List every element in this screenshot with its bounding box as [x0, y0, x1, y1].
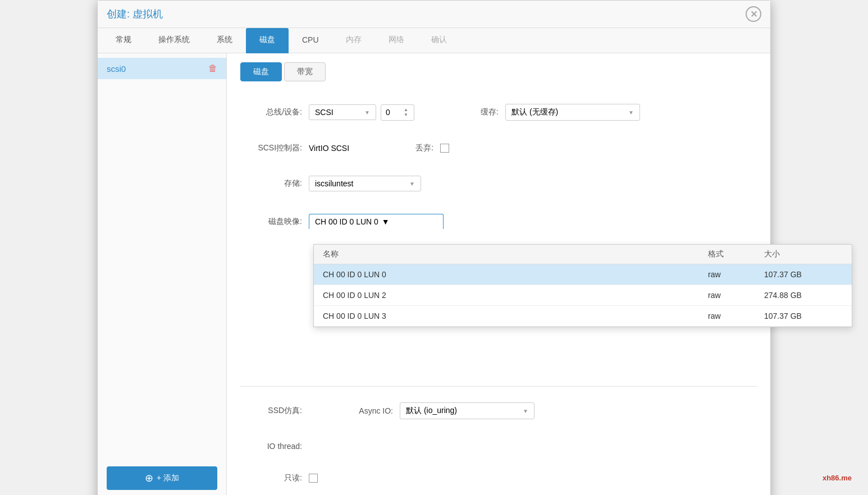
dialog-header: 创建: 虚拟机 ✕ — [98, 1, 770, 28]
storage-select[interactable]: iscsiluntest ▼ — [309, 176, 421, 191]
readonly-checkbox[interactable] — [309, 474, 318, 483]
bus-dropdown-arrow: ▼ — [364, 109, 370, 116]
sidebar: scsi0 🗑 ⊕ + 添加 — [98, 53, 227, 495]
bus-device-row: 总线/设备: SCSI ▼ ▲ ▼ — [240, 99, 414, 126]
storage-dropdown-arrow: ▼ — [409, 181, 415, 187]
item-0-size: 107.37 GB — [764, 270, 843, 279]
delete-icon[interactable]: 🗑 — [208, 63, 217, 74]
sidebar-item-scsi0[interactable]: scsi0 🗑 — [98, 58, 226, 79]
item-2-format: raw — [708, 311, 764, 320]
size-header: 大小 — [764, 249, 843, 259]
cache-control: 默认 (无缓存) ▼ — [505, 104, 640, 121]
close-button[interactable]: ✕ — [746, 6, 761, 22]
scsi-controller-value: VirtIO SCSI — [309, 144, 349, 153]
io-thread-row: IO thread: — [240, 436, 309, 456]
bus-device-label: 总线/设备: — [240, 107, 302, 117]
item-1-name: CH 00 ID 0 LUN 2 — [323, 291, 708, 300]
add-button[interactable]: ⊕ + 添加 — [107, 466, 217, 490]
dropdown-item-0[interactable]: CH 00 ID 0 LUN 0 raw 107.37 GB — [314, 264, 852, 285]
bus-select[interactable]: SCSI ▼ — [309, 104, 376, 120]
add-button-label: + 添加 — [157, 473, 179, 483]
item-1-format: raw — [708, 291, 764, 300]
disk-image-dropdown-arrow: ▼ — [382, 217, 390, 226]
tab-network[interactable]: 网络 — [375, 28, 418, 53]
spinner-down[interactable]: ▼ — [404, 113, 408, 117]
dialog-title: 创建: 虚拟机 — [107, 7, 163, 21]
tab-os[interactable]: 操作系统 — [145, 28, 203, 53]
item-0-format: raw — [708, 270, 764, 279]
item-0-name: CH 00 ID 0 LUN 0 — [323, 270, 708, 279]
disk-image-select[interactable]: CH 00 ID 0 LUN 0 ▼ — [309, 214, 444, 229]
cache-value: 默认 (无缓存) — [511, 107, 558, 117]
name-header: 名称 — [323, 249, 708, 259]
storage-label: 存储: — [240, 178, 302, 189]
spinner-buttons: ▲ ▼ — [404, 108, 408, 117]
async-io-value: 默认 (io_uring) — [406, 406, 457, 416]
discard-checkbox[interactable] — [440, 144, 449, 153]
item-2-name: CH 00 ID 0 LUN 3 — [323, 311, 708, 320]
disk-image-row: 磁盘映像: CH 00 ID 0 LUN 0 ▼ — [240, 208, 444, 235]
cache-dropdown-arrow: ▼ — [628, 109, 634, 116]
storage-control: iscsiluntest ▼ — [309, 176, 421, 191]
dialog-body: scsi0 🗑 ⊕ + 添加 磁盘 带宽 — [98, 53, 770, 495]
tab-general[interactable]: 常规 — [102, 28, 145, 53]
ssd-row: SSD仿真: — [240, 400, 309, 421]
sub-tab-bar: 磁盘 带宽 — [240, 62, 757, 81]
readonly-row: 只读: — [240, 467, 318, 489]
tab-confirm[interactable]: 确认 — [418, 28, 460, 53]
cache-select[interactable]: 默认 (无缓存) ▼ — [505, 104, 640, 121]
discard-label: 丢弃: — [372, 143, 433, 153]
dropdown-item-2[interactable]: CH 00 ID 0 LUN 3 raw 107.37 GB — [314, 306, 852, 327]
io-thread-label: IO thread: — [240, 442, 302, 451]
async-io-row: Async IO: 默认 (io_uring) ▼ — [331, 397, 534, 425]
watermark: xh86.me — [823, 474, 852, 482]
async-io-control: 默认 (io_uring) ▼ — [400, 402, 534, 419]
cache-row: 缓存: 默认 (无缓存) ▼ — [437, 98, 640, 126]
disk-image-value: CH 00 ID 0 LUN 0 — [315, 217, 378, 226]
device-number[interactable]: ▲ ▼ — [381, 104, 414, 121]
plus-icon: ⊕ — [145, 472, 153, 484]
readonly-control — [309, 474, 318, 483]
sub-tab-bandwidth[interactable]: 带宽 — [284, 62, 326, 81]
dropdown-header: 名称 格式 大小 — [314, 245, 852, 264]
bus-value: SCSI — [315, 108, 334, 117]
async-io-dropdown-arrow: ▼ — [523, 408, 528, 414]
tab-disk[interactable]: 磁盘 — [246, 28, 289, 53]
disk-image-dropdown: 名称 格式 大小 CH 00 ID 0 LUN 0 raw 107.37 GB … — [313, 244, 852, 327]
item-1-size: 274.88 GB — [764, 291, 843, 300]
async-io-label: Async IO: — [331, 406, 393, 415]
async-io-select[interactable]: 默认 (io_uring) ▼ — [400, 402, 534, 419]
device-input[interactable] — [386, 108, 403, 117]
disk-image-label: 磁盘映像: — [240, 217, 302, 227]
scsi-controller-control: VirtIO SCSI — [309, 144, 349, 153]
sub-tab-disk[interactable]: 磁盘 — [240, 62, 282, 81]
tab-cpu[interactable]: CPU — [289, 29, 332, 53]
scsi-controller-label: SCSI控制器: — [240, 143, 302, 153]
spinner-up[interactable]: ▲ — [404, 108, 408, 112]
create-vm-dialog: 创建: 虚拟机 ✕ 常规 操作系统 系统 磁盘 CPU 内存 网络 确认 scs… — [97, 0, 771, 495]
tab-system[interactable]: 系统 — [203, 28, 246, 53]
storage-value: iscsiluntest — [315, 179, 353, 188]
disk-image-control: CH 00 ID 0 LUN 0 ▼ — [309, 214, 444, 229]
tab-bar: 常规 操作系统 系统 磁盘 CPU 内存 网络 确认 — [98, 28, 770, 53]
tab-memory[interactable]: 内存 — [332, 28, 375, 53]
discard-control — [440, 144, 449, 153]
item-2-size: 107.37 GB — [764, 311, 843, 320]
storage-row: 存储: iscsiluntest ▼ — [240, 170, 421, 197]
sidebar-item-label: scsi0 — [107, 64, 126, 74]
main-content: 磁盘 带宽 总线/设备: SCSI ▼ — [227, 53, 770, 495]
readonly-label: 只读: — [240, 473, 302, 483]
discard-row: 丢弃: — [372, 138, 449, 159]
format-header: 格式 — [708, 249, 764, 259]
dropdown-item-1[interactable]: CH 00 ID 0 LUN 2 raw 274.88 GB — [314, 285, 852, 306]
scsi-controller-row: SCSI控制器: VirtIO SCSI — [240, 138, 349, 159]
ssd-label: SSD仿真: — [240, 406, 302, 416]
bus-device-control: SCSI ▼ ▲ ▼ — [309, 104, 414, 121]
cache-label: 缓存: — [437, 107, 499, 117]
